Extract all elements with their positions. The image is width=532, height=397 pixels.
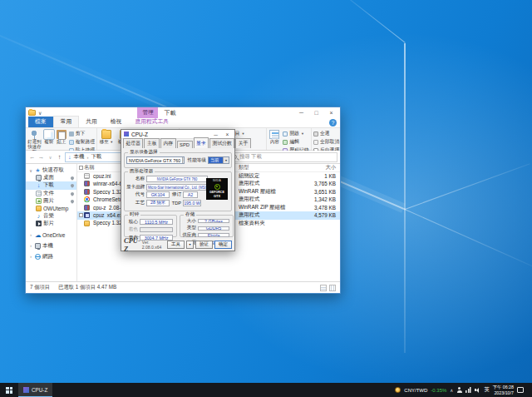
select-none-button[interactable]: 全部取消 (313, 138, 339, 146)
select-all-checkbox[interactable] (79, 166, 83, 170)
properties-button[interactable]: 內容 (268, 130, 280, 144)
move-to-icon (101, 130, 111, 139)
copy-button[interactable]: 複製 (44, 130, 54, 144)
currency-change[interactable]: -0.35% (431, 388, 446, 393)
up-button[interactable]: ↑ (56, 153, 63, 161)
currency-pair[interactable]: CNY/TWD (404, 388, 427, 393)
display-device-select[interactable]: NVIDIA GeForce GTX 760 ▼ (126, 156, 185, 164)
core-clock-label: 核心 (126, 219, 138, 226)
select-all-button[interactable]: 全選 (313, 130, 339, 137)
folder-icon (84, 221, 90, 226)
tab-home[interactable]: 常用 (53, 116, 80, 127)
currency-ticker-icon[interactable] (395, 387, 401, 393)
back-button[interactable]: ← (28, 153, 36, 161)
recent-locations-chevron-icon[interactable]: ∨ (47, 155, 54, 160)
people-tray-icon[interactable] (456, 387, 462, 393)
hidden-icons-chevron-icon[interactable]: ∧ (450, 388, 453, 393)
row-checkbox[interactable] (79, 213, 83, 217)
move-to-button[interactable]: 移至 ▼ (99, 130, 114, 144)
sidebar-item-onedrive[interactable]: › ☁ OneDrive (26, 231, 76, 239)
sidebar-item-this-pc[interactable]: › 本機 (26, 242, 76, 250)
sidebar-item-quick-access[interactable]: ∨ ★ 快速存取 (26, 166, 76, 174)
network-tray-icon[interactable] (466, 387, 471, 393)
tab-view[interactable]: 檢視 (104, 117, 129, 127)
clock-date: 2023/10/7 (493, 390, 514, 395)
sidebar-item-downloads[interactable]: ↓ 下載 (26, 181, 76, 189)
wallpaper-beam (405, 163, 530, 210)
ok-button[interactable]: 确定 (214, 241, 232, 249)
column-header-size[interactable]: 大小 (310, 164, 338, 171)
copy-path-button[interactable]: 複製路徑 (69, 138, 95, 146)
perf-level-label: 性能等级 (186, 157, 206, 164)
tab-share[interactable]: 共用 (79, 117, 104, 127)
volume-tray-icon[interactable] (475, 387, 480, 393)
quick-access-icon: ★ (35, 167, 41, 173)
cut-button[interactable]: 剪下 (69, 130, 95, 137)
search-input[interactable]: 搜尋 下載 (229, 152, 337, 162)
display-device-group: 显示设备选择 NVIDIA GeForce GTX 760 ▼ 性能等级 当前 … (124, 152, 232, 168)
details-view-button[interactable] (320, 285, 327, 291)
maximize-button[interactable]: □ (310, 108, 323, 118)
chevron-right-icon[interactable]: › (28, 243, 33, 248)
sidebar-item-network[interactable]: › 網路 (26, 253, 76, 261)
sidebar-item-desktop[interactable]: 桌面 (26, 174, 76, 181)
tab-application-tools[interactable]: 應用程式工具 (128, 117, 175, 127)
tab-memory[interactable]: 内存 (160, 138, 176, 148)
sidebar-item-documents[interactable]: 文件 (26, 190, 76, 197)
winrar-installer-icon (84, 181, 90, 186)
tools-dropdown-caret[interactable]: ▼ (186, 241, 193, 249)
documents-icon (36, 191, 42, 196)
help-icon[interactable]: ? (329, 119, 337, 127)
edit-button[interactable]: 編輯 (283, 138, 308, 146)
tab-spd[interactable]: SPD (177, 141, 193, 148)
ribbon-group-clipboard: 釘選到快速存取 複製 貼上 剪下 複製路徑 貼上捷徑 (26, 128, 97, 150)
ime-language-indicator[interactable]: 英 (484, 386, 489, 394)
ini-file-icon (84, 173, 90, 179)
breadcrumb-downloads[interactable]: 下載 (91, 153, 102, 161)
tab-graphics[interactable]: 显卡 (194, 137, 209, 148)
quick-access-toolbar-chevron-icon[interactable]: ∨ (38, 111, 42, 116)
select-all-icon (313, 132, 318, 136)
chevron-right-icon[interactable]: › (28, 254, 33, 259)
close-button[interactable]: × (325, 108, 337, 118)
sidebar-item-pictures[interactable]: 圖片 (26, 197, 76, 205)
column-header-type[interactable]: 類型 (239, 164, 310, 171)
breadcrumb-this-pc[interactable]: 本機 (74, 153, 85, 161)
copy-path-icon (69, 140, 74, 145)
open-button[interactable]: 開啟 ▼ (283, 130, 308, 137)
properties-icon (269, 130, 279, 139)
nvidia-geforce-logo: NVIDIA GEFORCE GTX (206, 178, 228, 200)
clock-time: 下午 06:28 (493, 385, 514, 390)
taskbar-button-cpuz[interactable]: CPU-Z (18, 383, 52, 397)
clock[interactable]: 下午 06:28 2023/10/7 (493, 385, 514, 395)
display-device-group-label: 显示设备选择 (128, 150, 160, 155)
minimize-button[interactable]: ─ (211, 132, 220, 137)
perf-level-select[interactable]: 当前 ▼ (208, 156, 229, 164)
onedrive-icon: ☁ (35, 232, 41, 238)
validate-button[interactable]: 验证 (195, 241, 213, 249)
action-center-icon[interactable] (517, 387, 524, 393)
this-pc-icon (35, 243, 41, 249)
cpuz-window: CPU-Z ─ × 处理器 主板 内存 SPD 显卡 测试分数 关于 显示设备选… (121, 129, 235, 251)
chevron-down-icon[interactable]: ∨ (28, 168, 33, 173)
sidebar-item-music[interactable]: ♪ 音樂 (26, 212, 76, 220)
tab-bench[interactable]: 测试分数 (209, 138, 234, 148)
tab-mainboard[interactable]: 主板 (144, 138, 160, 148)
sidebar-item-temp-folder[interactable]: OWUtemp (26, 205, 76, 212)
cpuz-app-icon (124, 132, 129, 136)
paste-button[interactable]: 貼上 (57, 130, 66, 144)
forward-button[interactable]: → (37, 153, 45, 161)
tab-cpu[interactable]: 处理器 (123, 138, 143, 148)
start-button[interactable] (0, 383, 18, 397)
tools-button[interactable]: 工具 (167, 241, 185, 249)
cpuz-window-title: CPU-Z (131, 132, 148, 137)
tab-about[interactable]: 关于 (235, 138, 251, 148)
navigation-pane: ∨ ★ 快速存取 桌面 ↓ 下載 文件 (26, 164, 77, 281)
close-button[interactable]: × (223, 132, 232, 137)
chevron-right-icon[interactable]: › (28, 232, 33, 237)
status-bar: 7 個項目 已選取 1 個項目 4.47 MB (26, 281, 340, 293)
minimize-button[interactable]: ─ (295, 108, 308, 118)
tab-file[interactable]: 檔案 (28, 117, 53, 127)
large-icons-view-button[interactable] (329, 285, 336, 291)
sidebar-item-videos[interactable]: 影片 (26, 220, 76, 227)
